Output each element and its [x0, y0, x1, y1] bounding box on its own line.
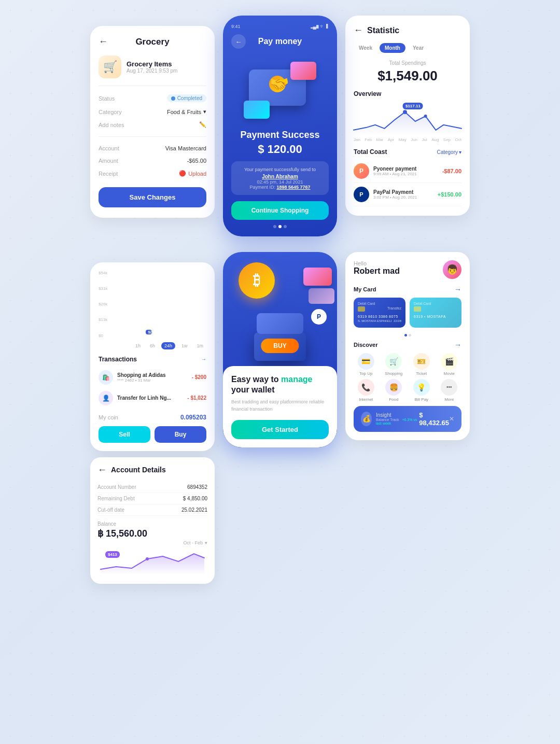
notes-edit-icon[interactable]: ✏️: [199, 121, 206, 128]
account-header: ← Account Details: [97, 465, 207, 475]
card-2-chip: [414, 306, 421, 312]
transactions-title: Transactions: [99, 356, 137, 363]
dropdown-icon[interactable]: ▾: [203, 108, 206, 115]
time-tab-24h[interactable]: 24h: [161, 342, 175, 349]
txn-transfer-left: 👤 Transfer for Linh Ng...: [99, 391, 171, 405]
payment-date: 02:45 pm, 14 Jul 2021: [239, 179, 321, 185]
save-changes-button[interactable]: Save Changes: [99, 187, 206, 207]
receipt-row: Receipt 🔴 Upload: [99, 167, 206, 180]
card-chip: [358, 306, 365, 312]
pay-back-button[interactable]: ←: [231, 34, 246, 49]
time-tab-6h[interactable]: 6h: [147, 342, 158, 349]
acct-cutoff-value: 25.02.2021: [181, 507, 207, 513]
discover-internet[interactable]: 📞 Internet: [354, 379, 379, 402]
acct-number-row: Account Number 6894352: [97, 482, 207, 493]
svg-point-1: [424, 115, 427, 118]
card-mini-pink: [303, 268, 332, 286]
sell-buy-row: Sell Buy: [99, 426, 206, 443]
internet-label: Internet: [359, 397, 373, 402]
discover-more[interactable]: ••• More: [437, 379, 462, 402]
pioneer-amount: -$87.00: [442, 168, 461, 174]
paypal-name: PayPal Payment: [373, 189, 417, 195]
wallet-sub-text: Best tradding and easy platformmore reli…: [231, 399, 329, 413]
card-expiry: 22/28: [394, 319, 401, 322]
payment-id-value: 1898 5645 7767: [276, 185, 310, 190]
continue-shopping-button[interactable]: Continue Shopping: [231, 201, 329, 220]
payment-id-row: Payment ID: 1898 5645 7767: [239, 185, 321, 190]
y-label-26k: $26k: [99, 302, 107, 306]
payment-description-box: Your payment successfully send to John A…: [231, 161, 329, 195]
my-card-row: My Card →: [354, 285, 461, 293]
acct-number-label: Account Number: [97, 484, 136, 490]
ticket-icon: 🎫: [413, 353, 430, 370]
y-label-31k: $31k: [99, 286, 107, 291]
back-button[interactable]: ←: [99, 36, 108, 47]
category-filter-button[interactable]: Category ▾: [437, 149, 461, 155]
transactions-header: Transactions →: [99, 356, 206, 363]
pioneer-icon: P: [354, 163, 369, 179]
stats-tab-row: Week Month Year: [354, 43, 461, 53]
debit-card-2-label: Debit Card: [414, 302, 457, 305]
my-card-arrow[interactable]: →: [454, 285, 461, 293]
total-amount: $1,549.00: [354, 68, 461, 84]
buy-button[interactable]: Buy: [155, 426, 206, 443]
discover-ticket[interactable]: 🎫 Ticket: [409, 353, 434, 376]
upload-button[interactable]: 🔴 Upload: [179, 170, 206, 177]
coin-section: My coin 0.095203: [99, 414, 206, 421]
account-row: Account Visa Mastercard: [99, 142, 206, 155]
discover-movie[interactable]: 🎬 Movie: [437, 353, 462, 376]
time-tab-1m[interactable]: 1m: [193, 342, 206, 349]
wallet-center-card: ₿ P BUY Easy way to manageyour wallet Be…: [223, 252, 337, 448]
debit-card-2[interactable]: Debit Card 6319 • MOSTAFA: [410, 298, 461, 328]
amount-row: Amount -$65.00: [99, 155, 206, 167]
buy-orange-button[interactable]: BUY: [261, 339, 299, 353]
tab-week[interactable]: Week: [354, 43, 377, 53]
acct-cutoff-row: Cut-off date 25.02.2021: [97, 504, 207, 516]
time-tab-1w[interactable]: 1w: [178, 342, 191, 349]
overview-label: Overview: [354, 90, 461, 97]
dot-1: [273, 225, 276, 228]
bar-chart: $54k $31k $26k $13k $0 $2: [99, 271, 206, 338]
pay-time: 9:41: [231, 24, 241, 29]
left-column-row2: $54k $31k $26k $13k $0 $2: [90, 252, 215, 584]
insight-close-button[interactable]: ✕: [449, 415, 454, 423]
debit-card-1[interactable]: Debit Card Transfez 6319 8610 3386 8075 …: [354, 298, 405, 328]
see-all-button[interactable]: →: [201, 356, 206, 362]
wallet-bottom-content: Easy way to manageyour wallet Best tradd…: [223, 366, 337, 448]
tab-month[interactable]: Month: [380, 43, 405, 53]
svg-point-2: [146, 557, 149, 560]
paypal-icon: P: [354, 187, 369, 202]
account-chart: $413: [97, 549, 207, 577]
transaction-paypal: P PayPal Payment 3:02 PM • Aug 20, 2021 …: [354, 183, 461, 206]
hello-header: Hello Robert mad 👦: [354, 260, 461, 279]
sell-button[interactable]: Sell: [99, 426, 150, 443]
discover-shopping[interactable]: 🛒 Shopping: [382, 353, 407, 376]
balance-period: Oct - Feb ▾: [97, 540, 207, 545]
insight-left: 💰 Insight Balance Track +6.3% vs last we…: [361, 412, 419, 426]
handshake-emoji: 🤝: [270, 75, 289, 93]
category-btn-text: Category: [437, 149, 458, 155]
acct-debt-row: Remaining Debt $ 4,850.00: [97, 493, 207, 504]
pioneer-name: Pyoneer payment: [373, 166, 417, 172]
shopping-icon: 🛒: [385, 353, 402, 370]
wallet-3d-area: ₿ P BUY: [223, 252, 337, 366]
total-coast-row: Total Coast Category ▾: [354, 148, 461, 156]
txn-adidas: 🛍️ Shopping at Adidas **** 2462 • 31 Mar…: [99, 367, 206, 388]
adidas-meta: **** 2462 • 31 Mar: [117, 378, 166, 383]
debit-card-label: Debit Card: [358, 302, 401, 305]
discover-billpay[interactable]: 💡 Bill Pay: [409, 379, 434, 402]
acct-number-value: 6894352: [187, 484, 207, 490]
y-label-13k: $13k: [99, 317, 107, 322]
tab-year[interactable]: Year: [408, 43, 429, 53]
discover-arrow[interactable]: →: [454, 341, 461, 349]
get-started-button[interactable]: Get Started: [231, 420, 329, 439]
coin-label: My coin: [99, 414, 118, 420]
transaction-pioneer: P Pyoneer payment 9:09 AM • Aug 21, 2021…: [354, 160, 461, 183]
time-tab-1h[interactable]: 1h: [132, 342, 144, 349]
category-text: Food & Fruits: [167, 109, 201, 115]
discover-food[interactable]: 🍔 Food: [382, 379, 407, 402]
dot-3: [284, 225, 287, 228]
acct-back-button[interactable]: ←: [97, 465, 107, 475]
stats-back-button[interactable]: ←: [354, 25, 363, 36]
discover-topup[interactable]: 💳 Top Up: [354, 353, 379, 376]
